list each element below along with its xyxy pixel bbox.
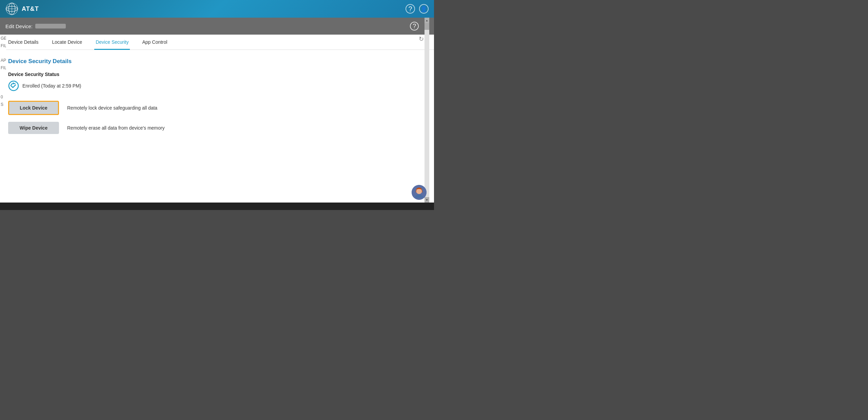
enrolled-status-text: Enrolled (Today at 2:59 PM) (22, 83, 81, 89)
scrollbar-thumb[interactable] (425, 23, 429, 30)
chat-avatar-icon (412, 185, 427, 200)
dialog-title-redacted (35, 24, 66, 28)
brand-label: AT&T (22, 5, 39, 13)
svg-point-5 (9, 81, 18, 91)
att-globe-icon (5, 2, 18, 15)
header-user-icon[interactable]: 👤 (419, 4, 429, 14)
refresh-icon[interactable]: ↻ (419, 35, 424, 43)
status-label: Device Security Status (8, 72, 426, 77)
lock-device-row: Lock Device Remotely lock device safegua… (8, 101, 426, 115)
wipe-device-button[interactable]: Wipe Device (8, 122, 59, 134)
background-content: DGEFILAPFIL0 S (0, 18, 6, 210)
dialog-scrollbar: ▲ ▼ (425, 18, 429, 203)
bottom-bar (0, 203, 434, 210)
lock-device-button[interactable]: Lock Device (8, 101, 59, 115)
wipe-device-row: Wipe Device Remotely erase all data from… (8, 122, 426, 134)
content-area: Device Security Details Device Security … (0, 50, 434, 210)
status-row: Enrolled (Today at 2:59 PM) (8, 80, 426, 91)
enrolled-icon (8, 80, 19, 91)
chat-avatar-button[interactable] (412, 185, 427, 200)
wipe-device-description: Remotely erase all data from device's me… (67, 125, 164, 131)
dialog-title: Edit Device: (5, 23, 66, 29)
scrollbar-up-arrow[interactable]: ▲ (425, 18, 429, 23)
dialog-help-button[interactable]: ? (410, 22, 419, 31)
tab-device-security[interactable]: Device Security (94, 35, 130, 50)
tab-device-details[interactable]: Device Details (7, 35, 40, 50)
dialog-titlebar: Edit Device: ? × (0, 18, 434, 35)
header-icons: ? 👤 (406, 4, 429, 14)
dialog-content: Device Details Locate Device Device Secu… (0, 35, 434, 210)
section-title: Device Security Details (8, 58, 426, 65)
scrollbar-down-arrow[interactable]: ▼ (425, 197, 429, 203)
lock-device-description: Remotely lock device safeguarding all da… (67, 105, 157, 111)
tabs-bar: Device Details Locate Device Device Secu… (0, 35, 434, 50)
top-header: AT&T ? 👤 (0, 0, 434, 18)
att-logo: AT&T (5, 2, 39, 15)
tab-app-control[interactable]: App Control (141, 35, 169, 50)
tab-locate-device[interactable]: Locate Device (51, 35, 83, 50)
dialog-title-text: Edit Device: (5, 23, 33, 29)
header-help-icon[interactable]: ? (406, 4, 415, 14)
